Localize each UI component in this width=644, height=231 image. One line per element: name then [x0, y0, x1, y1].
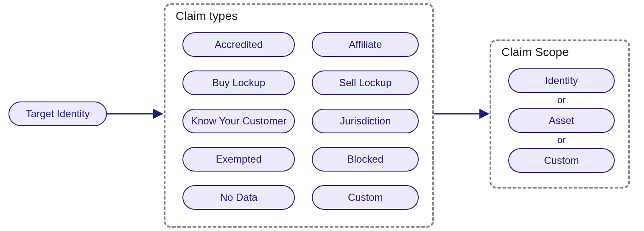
- claim-type-buy-lockup: Buy Lockup: [182, 70, 295, 95]
- claim-type-custom: Custom: [312, 185, 419, 210]
- claim-scope-asset: Asset: [508, 108, 615, 133]
- claim-type-label: Know Your Customer: [191, 115, 286, 127]
- claim-type-blocked: Blocked: [312, 147, 419, 172]
- claim-type-jurisdiction: Jurisdiction: [312, 109, 419, 133]
- claim-type-label: Accredited: [215, 39, 263, 51]
- claim-type-kyc: Know Your Customer: [182, 109, 295, 133]
- claim-type-label: Blocked: [347, 153, 384, 165]
- claim-types-title: Claim types: [176, 9, 238, 23]
- claim-type-accredited: Accredited: [182, 32, 295, 57]
- target-identity-label: Target Identity: [26, 108, 90, 120]
- arrow-types-to-scope: [434, 108, 493, 120]
- claim-types-box: Claim types Accredited Affiliate Buy Loc…: [164, 3, 434, 228]
- claim-type-label: Affiliate: [349, 39, 382, 51]
- claim-type-no-data: No Data: [182, 185, 295, 210]
- claim-scope-identity: Identity: [508, 68, 615, 93]
- claim-type-label: Jurisdiction: [340, 115, 391, 127]
- claim-scope-label: Asset: [549, 115, 574, 127]
- claim-type-label: Custom: [348, 192, 383, 203]
- claim-scope-stack: Identity or Asset or Custom: [508, 68, 615, 173]
- claim-type-sell-lockup: Sell Lockup: [312, 70, 419, 95]
- claim-scope-box: Claim Scope Identity or Asset or Custom: [490, 39, 630, 189]
- claim-types-grid: Accredited Affiliate Buy Lockup Sell Loc…: [182, 32, 419, 210]
- claim-scope-custom: Custom: [508, 148, 615, 173]
- arrow-target-to-types: [107, 108, 166, 120]
- scope-separator: or: [557, 95, 566, 106]
- claim-type-label: Sell Lockup: [339, 77, 392, 89]
- claim-type-exempted: Exempted: [182, 147, 295, 172]
- scope-separator: or: [557, 135, 566, 146]
- claim-type-label: No Data: [220, 192, 258, 203]
- claim-type-label: Exempted: [216, 153, 262, 165]
- target-identity-pill: Target Identity: [8, 101, 107, 126]
- claim-type-label: Buy Lockup: [212, 77, 265, 89]
- claim-scope-label: Identity: [545, 75, 578, 87]
- claim-type-affiliate: Affiliate: [312, 32, 419, 57]
- claim-scope-title: Claim Scope: [501, 45, 569, 59]
- claim-scope-label: Custom: [544, 155, 579, 166]
